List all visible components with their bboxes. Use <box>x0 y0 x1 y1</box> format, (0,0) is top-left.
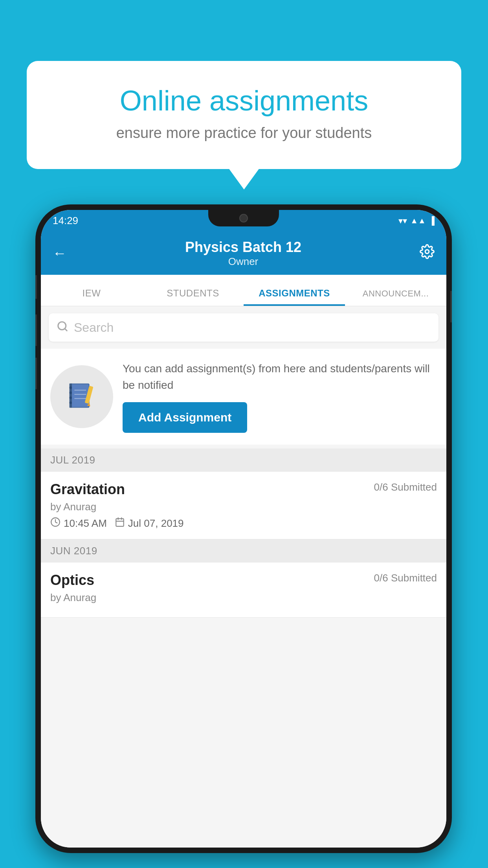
assignment-submitted: 0/6 Submitted <box>374 481 437 493</box>
header-center: Physics Batch 12 Owner <box>185 239 301 268</box>
svg-rect-4 <box>71 384 88 406</box>
svg-point-7 <box>69 391 72 394</box>
tab-assignments[interactable]: ASSIGNMENTS <box>244 288 345 306</box>
svg-point-9 <box>69 401 72 404</box>
promo-text-area: You can add assignment(s) from here and … <box>123 360 437 433</box>
volume-silent-button <box>35 275 37 299</box>
assignment-row-top-optics: Optics 0/6 Submitted <box>50 572 437 588</box>
svg-point-6 <box>69 386 72 388</box>
phone-frame: 14:29 ▾▾ ▲▲ ▐ ← Physics Batch 12 Owner <box>35 204 452 853</box>
search-placeholder: Search <box>74 320 114 335</box>
add-assignment-button[interactable]: Add Assignment <box>123 402 247 433</box>
notebook-icon <box>65 380 99 414</box>
month-divider-jun: JUN 2019 <box>41 539 446 563</box>
assignment-item-gravitation[interactable]: Gravitation 0/6 Submitted by Anurag 10:4… <box>41 472 446 539</box>
tab-announcements[interactable]: ANNOUNCEM... <box>345 289 446 306</box>
signal-icon: ▲▲ <box>410 216 426 225</box>
bubble-subtitle: ensure more practice for your students <box>58 125 430 142</box>
back-button[interactable]: ← <box>53 245 67 261</box>
status-icons: ▾▾ ▲▲ ▐ <box>398 216 435 226</box>
assignment-item-optics[interactable]: Optics 0/6 Submitted by Anurag <box>41 563 446 618</box>
app-header: ← Physics Batch 12 Owner <box>41 232 446 275</box>
assignment-author: by Anurag <box>50 501 437 513</box>
status-time: 14:29 <box>53 215 78 227</box>
svg-point-0 <box>425 250 429 254</box>
assignment-name: Gravitation <box>50 481 125 498</box>
svg-point-8 <box>69 396 72 399</box>
tab-iew[interactable]: IEW <box>41 288 142 306</box>
front-camera <box>239 214 248 223</box>
assignment-name-optics: Optics <box>50 572 94 588</box>
assignment-row-top: Gravitation 0/6 Submitted <box>50 481 437 498</box>
phone-notch <box>208 210 279 226</box>
promo-description: You can add assignment(s) from here and … <box>123 360 437 394</box>
speech-bubble-container: Online assignments ensure more practice … <box>27 61 461 169</box>
month-divider-jul: JUL 2019 <box>41 449 446 472</box>
power-button <box>450 291 452 322</box>
volume-up-button <box>35 314 37 346</box>
promo-section: You can add assignment(s) from here and … <box>41 349 446 445</box>
assignment-time-value: 10:45 AM <box>64 517 107 530</box>
settings-button[interactable] <box>420 244 435 263</box>
assignment-date-value: Jul 07, 2019 <box>128 517 184 530</box>
tabs-container: IEW STUDENTS ASSIGNMENTS ANNOUNCEM... <box>41 275 446 306</box>
assignment-time: 10:45 AM <box>50 517 107 530</box>
tab-students[interactable]: STUDENTS <box>142 288 244 306</box>
header-title: Physics Batch 12 <box>185 239 301 256</box>
search-bar[interactable]: Search <box>49 313 438 342</box>
svg-rect-16 <box>116 519 124 526</box>
assignment-submitted-optics: 0/6 Submitted <box>374 572 437 584</box>
content-area: Search <box>41 306 446 848</box>
promo-icon-circle <box>50 365 113 428</box>
search-icon <box>57 320 68 335</box>
header-subtitle: Owner <box>185 256 301 268</box>
assignment-date: Jul 07, 2019 <box>115 517 184 530</box>
assignment-meta: 10:45 AM Jul 07, 2019 <box>50 517 437 530</box>
bubble-title: Online assignments <box>58 85 430 117</box>
volume-down-button <box>35 358 37 389</box>
speech-bubble: Online assignments ensure more practice … <box>27 61 461 169</box>
svg-line-2 <box>65 328 67 330</box>
assignment-author-optics: by Anurag <box>50 592 437 604</box>
calendar-icon <box>115 517 125 530</box>
battery-icon: ▐ <box>429 216 435 225</box>
clock-icon <box>50 517 61 530</box>
wifi-icon: ▾▾ <box>398 216 407 226</box>
phone-screen: 14:29 ▾▾ ▲▲ ▐ ← Physics Batch 12 Owner <box>41 210 446 848</box>
